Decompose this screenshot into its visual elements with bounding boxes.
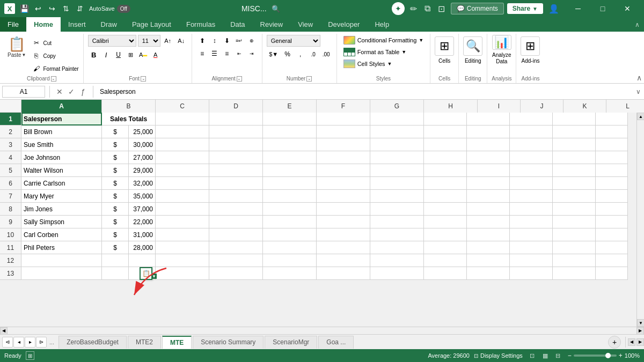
col-header-e[interactable]: E <box>263 100 317 113</box>
addins-label[interactable]: Add-ins <box>522 58 540 64</box>
cell-r13-c5[interactable] <box>263 267 317 280</box>
cell-r4-c12[interactable] <box>596 151 628 164</box>
tab-scroll-right[interactable]: ▶ <box>636 338 644 346</box>
cell-r2-c2[interactable]: 25,000 <box>129 125 156 138</box>
cell-r8-c10[interactable] <box>510 203 553 216</box>
cell-r8-c3[interactable] <box>156 203 209 216</box>
cell-r1-c9[interactable] <box>510 113 553 125</box>
col-header-b[interactable]: B <box>102 100 156 113</box>
align-bottom-button[interactable]: ⬇ <box>221 35 233 47</box>
align-right-button[interactable]: ≡ <box>221 48 233 60</box>
cut-button[interactable]: ✂ <box>31 37 42 49</box>
cell-r2-c4[interactable] <box>209 125 263 138</box>
zoom-slider[interactable] <box>574 354 617 357</box>
cell-r8-c11[interactable] <box>553 203 596 216</box>
cell-r12-c9[interactable] <box>467 254 510 267</box>
cell-r8-c9[interactable] <box>467 203 510 216</box>
cell-r5-c7[interactable] <box>370 164 424 177</box>
cell-r5-c12[interactable] <box>596 164 628 177</box>
horizontal-scrollbar[interactable]: ◀ ▶ <box>0 327 644 334</box>
cell-r1-c1[interactable]: Sales Totals <box>102 113 156 125</box>
cell-r11-c9[interactable] <box>467 241 510 254</box>
font-size-select[interactable]: 11 <box>138 35 160 47</box>
cell-r12-c6[interactable] <box>317 254 370 267</box>
increase-indent-button[interactable]: ⇥ <box>246 48 258 60</box>
cell-r13-c3[interactable] <box>156 267 209 280</box>
comments-button[interactable]: 💬 Comments <box>451 3 504 14</box>
cell-r7-c8[interactable] <box>424 190 467 203</box>
cell-r5-c2[interactable]: 29,000 <box>129 164 156 177</box>
cell-r1-c5[interactable] <box>317 113 370 125</box>
font-expand[interactable]: ⌄ <box>141 76 146 82</box>
cell-r4-c2[interactable]: 27,000 <box>129 151 156 164</box>
sort-desc-button[interactable]: ⇵ <box>74 3 86 14</box>
cell-r5-c3[interactable] <box>156 164 209 177</box>
insert-function-button[interactable]: ƒ <box>78 86 89 97</box>
cell-r4-c6[interactable] <box>317 151 370 164</box>
cell-r12-c4[interactable] <box>209 254 263 267</box>
paste-button[interactable]: 📋 Paste▼ <box>4 35 30 60</box>
tab-mte2[interactable]: MTE2 <box>128 336 161 349</box>
cell-r5-c10[interactable] <box>510 164 553 177</box>
cell-r3-c12[interactable] <box>596 138 628 151</box>
cell-r7-c7[interactable] <box>370 190 424 203</box>
cell-r5-c0[interactable]: Walter Wilson <box>21 164 102 177</box>
analyze-data-label[interactable]: AnalyzeData <box>492 52 511 65</box>
col-header-f[interactable]: F <box>317 100 370 113</box>
cell-r4-c8[interactable] <box>424 151 467 164</box>
row-header-3[interactable]: 3 <box>0 138 21 151</box>
scroll-down-button[interactable]: ▼ <box>637 319 644 327</box>
cell-r4-c9[interactable] <box>467 151 510 164</box>
col-header-c[interactable]: C <box>156 100 209 113</box>
cell-r2-c3[interactable] <box>156 125 209 138</box>
comma-button[interactable]: , <box>295 48 306 60</box>
cell-r13-c0[interactable] <box>21 267 102 280</box>
pen-icon[interactable]: ✏ <box>409 4 419 13</box>
col-header-h[interactable]: H <box>424 100 478 113</box>
row-header-11[interactable]: 11 <box>0 241 21 254</box>
cell-r10-c3[interactable] <box>156 228 209 241</box>
cell-r3-c1[interactable]: $ <box>102 138 129 151</box>
copy-label[interactable]: Copy <box>43 53 56 59</box>
cell-r7-c4[interactable] <box>209 190 263 203</box>
formula-input[interactable] <box>98 86 633 98</box>
row-header-1[interactable]: 1 <box>0 113 21 125</box>
cell-r10-c4[interactable] <box>209 228 263 241</box>
align-left-button[interactable]: ≡ <box>196 48 208 60</box>
cell-r5-c8[interactable] <box>424 164 467 177</box>
view-icon[interactable]: ⧉ <box>423 4 433 13</box>
cell-r3-c11[interactable] <box>553 138 596 151</box>
cell-r1-c6[interactable] <box>370 113 424 125</box>
cell-r11-c2[interactable]: 28,000 <box>129 241 156 254</box>
cell-r3-c2[interactable]: 30,000 <box>129 138 156 151</box>
tab-scenario-summary[interactable]: Scenario Summary <box>193 336 264 349</box>
name-box[interactable] <box>2 86 45 98</box>
share-button[interactable]: Share ▼ <box>507 3 543 14</box>
cell-r9-c6[interactable] <box>317 216 370 228</box>
cell-r12-c10[interactable] <box>510 254 553 267</box>
cell-r11-c10[interactable] <box>510 241 553 254</box>
cell-r10-c6[interactable] <box>317 228 370 241</box>
cell-r12-c12[interactable] <box>596 254 628 267</box>
account-icon[interactable]: 👤 <box>546 3 561 15</box>
cell-r6-c3[interactable] <box>156 177 209 190</box>
cell-r11-c11[interactable] <box>553 241 596 254</box>
cell-r6-c5[interactable] <box>263 177 317 190</box>
tab-mte[interactable]: MTE <box>162 336 192 349</box>
redo-button[interactable]: ↪ <box>46 3 58 14</box>
tab-zero-based-budget[interactable]: ZeroBasedBudget <box>58 336 127 349</box>
row-header-8[interactable]: 8 <box>0 203 21 216</box>
tab-home[interactable]: Home <box>26 17 61 32</box>
cell-r12-c3[interactable] <box>156 254 209 267</box>
cell-r12-c2[interactable] <box>129 254 156 267</box>
cell-r7-c5[interactable] <box>263 190 317 203</box>
col-header-i[interactable]: I <box>478 100 521 113</box>
cell-r9-c5[interactable] <box>263 216 317 228</box>
cell-r9-c12[interactable] <box>596 216 628 228</box>
cell-r1-c11[interactable] <box>596 113 628 125</box>
cell-r3-c7[interactable] <box>370 138 424 151</box>
alignment-expand[interactable]: ⌄ <box>237 76 242 82</box>
cell-mode-icon[interactable]: ⊞ <box>26 351 34 360</box>
number-format-select[interactable]: General <box>267 35 320 47</box>
number-expand[interactable]: ⌄ <box>306 76 312 82</box>
